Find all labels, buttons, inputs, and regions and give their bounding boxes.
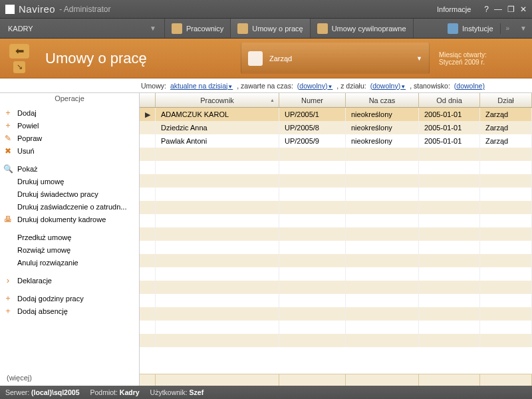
cell	[419, 281, 480, 294]
minimize-icon[interactable]: —	[494, 5, 502, 14]
operations-more[interactable]: (więcej)	[0, 370, 139, 386]
cell	[419, 307, 480, 321]
op-label: Drukuj umowę	[17, 178, 64, 186]
table-row[interactable]	[140, 148, 532, 161]
filter-czas[interactable]: (dowolny)▼	[297, 82, 332, 90]
op-label: Dodaj	[17, 109, 37, 117]
op-icon	[3, 202, 13, 211]
row-marker	[140, 334, 156, 347]
page-filter-chip[interactable]: Zarząd ▼	[241, 43, 430, 74]
back-button[interactable]: ⬅	[9, 44, 29, 59]
operations-header: Operacje	[0, 93, 139, 105]
filter-dzial[interactable]: (dowolny)▼	[370, 82, 406, 90]
table-row[interactable]	[140, 267, 532, 281]
op-item[interactable]: Przedłuż umowę	[0, 231, 139, 243]
row-marker	[140, 121, 156, 134]
op-item[interactable]: Rozwiąż umowę	[0, 243, 139, 256]
op-icon: ✖	[3, 146, 13, 156]
tab-instytucje[interactable]: Instytucje	[441, 23, 500, 34]
op-item[interactable]: ＋Dodaj absencję	[0, 305, 139, 317]
cell	[346, 148, 419, 161]
app-logo-icon	[5, 5, 15, 14]
close-icon[interactable]: ✕	[520, 5, 527, 14]
help-icon[interactable]: ?	[484, 5, 489, 14]
table-row[interactable]	[140, 254, 532, 267]
col-dzial[interactable]: Dział	[480, 93, 532, 107]
info-link[interactable]: Informacje	[437, 5, 471, 13]
cell	[480, 307, 532, 321]
table-row[interactable]: ▶ADAMCZUK KAROLUP/2005/1nieokreślony2005…	[140, 108, 532, 121]
cell	[156, 321, 279, 334]
table-row[interactable]	[140, 334, 532, 347]
nav-area: ⬅ ↘	[0, 39, 39, 78]
op-item[interactable]: ＋Dodaj	[0, 106, 139, 119]
restore-icon[interactable]: ❐	[507, 5, 515, 14]
op-item[interactable]: 🖶Drukuj dokumenty kadrowe	[0, 213, 139, 225]
col-oddnia[interactable]: Od dnia	[419, 93, 480, 107]
table-row[interactable]	[140, 241, 532, 254]
col-numer[interactable]: Numer	[279, 93, 346, 107]
cell	[156, 174, 279, 188]
module-selector[interactable]: KADRY ▼	[0, 19, 165, 38]
op-label: Dodaj absencję	[17, 307, 68, 315]
table-row[interactable]	[140, 174, 532, 188]
filter-aktualne[interactable]: aktualne na dzisiaj▼	[170, 82, 233, 90]
cell	[480, 227, 532, 241]
table-row[interactable]: Dziedzic AnnaUP/2005/8nieokreślony2005-0…	[140, 121, 532, 134]
table-row[interactable]	[140, 227, 532, 241]
table-row[interactable]: Pawlak AntoniUP/2005/9nieokreślony2005-0…	[140, 134, 532, 148]
op-label: Powiel	[17, 122, 39, 130]
cell	[419, 188, 480, 201]
op-icon	[3, 258, 13, 267]
col-naczas[interactable]: Na czas	[346, 93, 419, 107]
tabs-menu-icon[interactable]: ▼	[515, 25, 532, 32]
op-icon	[3, 190, 13, 199]
row-marker	[140, 281, 156, 294]
table-row[interactable]	[140, 161, 532, 174]
op-icon: 🖶	[3, 215, 13, 224]
table-row[interactable]	[140, 321, 532, 334]
cell	[346, 227, 419, 241]
op-item[interactable]: 🔍Pokaż	[0, 162, 139, 175]
row-marker	[140, 267, 156, 281]
table-row[interactable]	[140, 281, 532, 294]
tab-umowy-cywilnoprawne[interactable]: Umowy cywilnoprawne	[311, 19, 414, 38]
op-item[interactable]: ✎Popraw	[0, 132, 139, 144]
op-item[interactable]: ＋Dodaj godziny pracy	[0, 292, 139, 305]
table-row[interactable]	[140, 201, 532, 214]
cell	[279, 254, 346, 267]
cell	[279, 307, 346, 321]
tab-pracownicy[interactable]: Pracownicy	[165, 19, 231, 38]
col-pracownik[interactable]: Pracownik	[156, 93, 279, 107]
table-row[interactable]	[140, 294, 532, 307]
col-marker[interactable]	[140, 93, 156, 107]
op-item[interactable]: ›Deklaracje	[0, 274, 139, 287]
grid-header: Pracownik Numer Na czas Od dnia Dział	[140, 93, 532, 108]
page-header: ⬅ ↘ Umowy o pracę Zarząd ▼ Miesiąc otwar…	[0, 39, 532, 78]
table-row[interactable]	[140, 188, 532, 201]
app-name: Navireo	[19, 3, 55, 15]
table-row[interactable]	[140, 307, 532, 321]
op-item[interactable]: Drukuj umowę	[0, 175, 139, 188]
filter-stanowisko[interactable]: (dowolne)	[454, 82, 485, 90]
table-row[interactable]	[140, 214, 532, 227]
op-item[interactable]: Drukuj świadectwo pracy	[0, 188, 139, 200]
op-item[interactable]: ＋Powiel	[0, 119, 139, 132]
tab-umowy-o-prace[interactable]: Umowy o pracę	[231, 19, 310, 38]
module-bar: KADRY ▼ Pracownicy Umowy o pracę Umowy c…	[0, 19, 532, 39]
op-label: Drukuj świadectwo pracy	[17, 190, 98, 198]
cell	[480, 241, 532, 254]
pin-button[interactable]: ↘	[13, 61, 25, 73]
op-label: Popraw	[17, 134, 42, 142]
cell	[346, 174, 419, 188]
op-label: Przedłuż umowę	[17, 233, 71, 241]
row-marker	[140, 174, 156, 188]
filter-label: Umowy:	[141, 82, 166, 90]
status-bar: Serwer: (local)\sql2005 Podmiot: Kadry U…	[0, 386, 532, 399]
tabs-more-icon[interactable]: »	[501, 25, 515, 32]
op-icon: ›	[3, 276, 13, 285]
op-item[interactable]: Anuluj rozwiązanie	[0, 256, 139, 269]
op-item[interactable]: Drukuj zaświadczenie o zatrudn...	[0, 200, 139, 213]
op-item[interactable]: ✖Usuń	[0, 144, 139, 157]
open-month: Miesiąc otwarty: Styczeń 2009 r.	[432, 39, 532, 78]
